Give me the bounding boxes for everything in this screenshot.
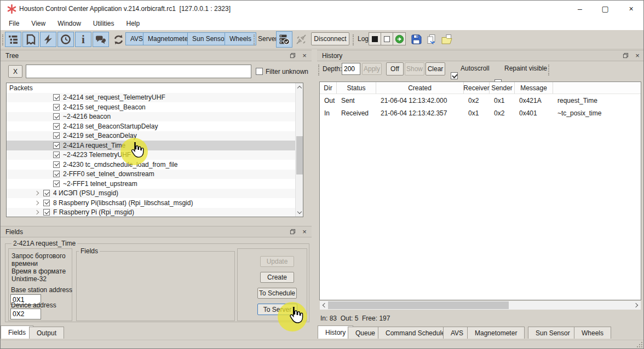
tab-output[interactable]: Output	[29, 327, 64, 339]
report-toolbar-button[interactable]	[22, 32, 39, 47]
copy-log-button[interactable]	[424, 32, 439, 47]
scroll-right-icon[interactable]	[633, 301, 641, 310]
col-status[interactable]: Status	[337, 82, 376, 94]
tree-row[interactable]: 2-4215 set_request_Beacon	[7, 102, 295, 112]
toolbar-handle-server[interactable]	[254, 34, 255, 45]
info-toolbar-button[interactable]: i	[75, 32, 91, 47]
resize-grip[interactable]	[636, 341, 643, 348]
maximize-button[interactable]: ▢	[593, 1, 618, 17]
open-log-button[interactable]	[440, 32, 454, 47]
scroll-down-icon[interactable]	[296, 208, 303, 217]
chevron-right-icon[interactable]	[34, 191, 39, 195]
checkbox-checked-icon[interactable]	[43, 209, 50, 216]
chevron-right-icon[interactable]	[34, 201, 39, 205]
tree-filter-input[interactable]	[26, 65, 251, 78]
depth-input[interactable]	[342, 63, 360, 75]
tree-row[interactable]: 2-4230 tc_cmdschedule_load_from_file	[7, 160, 295, 170]
col-extra[interactable]	[553, 82, 641, 94]
tree-view-toolbar-button[interactable]	[5, 32, 21, 47]
toolbar-handle[interactable]	[2, 34, 3, 45]
tab-magnetometer[interactable]: Magnetometer	[467, 327, 525, 339]
tab-sun-sensor[interactable]: Sun Sensor	[528, 327, 578, 339]
tree-row[interactable]: 2-FFF0 set_telnet_downstream	[7, 170, 295, 179]
off-button[interactable]: Off	[386, 62, 404, 75]
tree-row[interactable]: 2-4214 set_request_TelemetryUHF	[7, 93, 295, 103]
sync-toolbar-button[interactable]	[111, 32, 126, 47]
checkbox-checked-icon[interactable]	[53, 123, 60, 130]
clear-filter-button[interactable]: X	[8, 65, 22, 78]
save-log-button[interactable]	[409, 32, 423, 47]
to-schedule-button[interactable]: To Schedule	[257, 288, 297, 299]
history-hscrollbar[interactable]	[320, 301, 641, 310]
col-message[interactable]: Message	[515, 82, 553, 94]
menu-help[interactable]: Help	[120, 18, 146, 29]
scroll-left-icon[interactable]	[320, 301, 328, 310]
tree-scrollbar[interactable]	[295, 83, 303, 217]
checkbox-checked-icon[interactable]	[53, 104, 60, 110]
checkbox-checked-icon[interactable]	[53, 152, 60, 158]
tree-row[interactable]: ~2-4223 TelemetryUHF	[7, 150, 295, 160]
log-pause-button[interactable]	[381, 32, 393, 45]
col-dir[interactable]: Dir	[320, 82, 337, 94]
history-toolbar-handle2[interactable]	[548, 65, 549, 75]
toggle-wheels[interactable]: Wheels	[225, 32, 256, 45]
create-button[interactable]: Create	[260, 272, 294, 283]
tree-group-row[interactable]: F Raspberry Pi (Rpi_msgid)	[7, 208, 295, 218]
tree-row-selected[interactable]: 2-421A request_Time	[7, 141, 295, 150]
chat-toolbar-button[interactable]	[93, 32, 109, 47]
device-address-field[interactable]	[10, 309, 41, 319]
chevron-right-icon[interactable]	[34, 210, 39, 214]
close-panel-icon[interactable]: ×	[633, 51, 642, 60]
history-toolbar-handle[interactable]	[318, 65, 319, 75]
tree-group-row[interactable]: 8 Raspberry Pi(libschsat) (Rpi_libschsat…	[7, 198, 295, 208]
close-panel-icon[interactable]: ×	[300, 51, 309, 60]
col-created[interactable]: Created	[376, 82, 464, 94]
checkbox-checked-icon[interactable]	[43, 200, 50, 206]
checkbox-checked-icon[interactable]	[53, 181, 60, 187]
close-button[interactable]: ×	[618, 1, 644, 17]
lightning-toolbar-button[interactable]	[40, 32, 56, 47]
update-button[interactable]: Update	[260, 256, 294, 267]
menu-window[interactable]: Window	[51, 18, 87, 29]
history-row[interactable]: Out Sent 21-06-04 12:13:42.000 0x2 0x1 0…	[320, 94, 641, 107]
tree-root-row[interactable]: Packets	[7, 83, 295, 93]
float-panel-icon[interactable]	[620, 51, 630, 60]
close-panel-icon[interactable]: ×	[300, 228, 309, 236]
col-receiver[interactable]: Receiver	[464, 82, 490, 94]
toolbar-handle-log[interactable]	[353, 34, 354, 45]
tree-group-row[interactable]: 4 ИСЭП (PSU_msgid)	[7, 189, 295, 199]
checkbox-checked-icon[interactable]	[53, 113, 60, 120]
checkbox-checked-icon[interactable]	[43, 190, 50, 196]
tab-command-schedule[interactable]: Command Schedule	[378, 327, 453, 339]
scroll-up-icon[interactable]	[296, 83, 303, 91]
checkbox-checked-icon[interactable]	[53, 94, 60, 101]
tree-scrollbar-thumb[interactable]	[296, 136, 303, 174]
tree-row[interactable]: ~2-4216 beacon	[7, 112, 295, 122]
apply-button[interactable]: Apply	[362, 63, 382, 75]
history-row[interactable]: In Received 21-06-04 12:13:42.357 0x1 0x…	[320, 107, 641, 119]
clock-toolbar-button[interactable]	[58, 32, 74, 47]
tree-row[interactable]: 2-4218 set_BeaconStartupDelay	[7, 121, 295, 131]
checkbox-checked-icon[interactable]	[53, 132, 60, 139]
log-start-button[interactable]	[393, 32, 406, 45]
float-panel-icon[interactable]	[288, 228, 297, 236]
tab-wheels[interactable]: Wheels	[574, 327, 611, 339]
tree-row[interactable]: ~2-FFF1 telnet_upstream	[7, 179, 295, 189]
col-sender[interactable]: Sender	[490, 82, 515, 94]
tree-row[interactable]: 2-4219 set_BeaconDelay	[7, 131, 295, 141]
history-hscrollbar-thumb[interactable]	[328, 301, 509, 309]
server-status-button[interactable]	[276, 31, 292, 48]
tab-fields[interactable]: Fields	[1, 325, 33, 339]
autoscroll-checkbox[interactable]	[451, 72, 458, 79]
menu-view[interactable]: View	[25, 18, 51, 29]
menu-file[interactable]: File	[3, 18, 25, 29]
filter-unknown-checkbox[interactable]	[256, 68, 263, 75]
disconnect-button[interactable]: Disconnect	[311, 32, 349, 45]
checkbox-checked-icon[interactable]	[53, 171, 60, 177]
checkbox-checked-icon[interactable]	[53, 161, 60, 168]
minimize-button[interactable]: –	[567, 1, 593, 17]
log-stop-button[interactable]	[369, 32, 381, 45]
clear-button[interactable]: Clear	[426, 62, 445, 75]
float-panel-icon[interactable]	[288, 51, 297, 60]
menu-utilities[interactable]: Utilities	[87, 18, 120, 29]
